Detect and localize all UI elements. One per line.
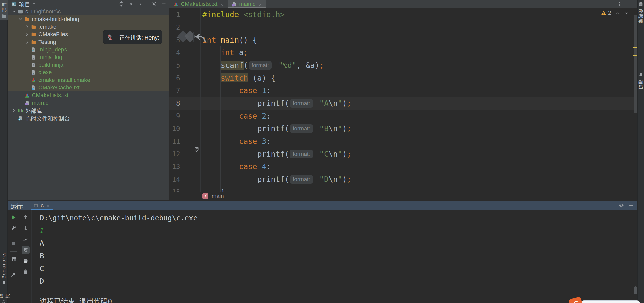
bookmark-icon	[1, 280, 6, 285]
tree-item-cmake_install.cmake[interactable]: cmake_install.cmake	[8, 76, 169, 84]
tree-item-build.ninja[interactable]: build.ninja	[8, 61, 169, 69]
code-line-7[interactable]: 7 case 1:	[169, 84, 634, 97]
tree-item-.ninja_log[interactable]: .ninja_log	[8, 53, 169, 61]
code-text: printf(format: "B\n");	[202, 122, 351, 135]
toolwindow-button-notifications[interactable]: 通知	[638, 72, 644, 89]
line-number[interactable]: 7	[169, 84, 180, 97]
chevron-down-icon[interactable]	[32, 2, 36, 6]
code-line-13[interactable]: 13 case 4:	[169, 160, 634, 173]
close-icon[interactable]	[258, 2, 262, 6]
line-number[interactable]: 6	[169, 72, 180, 84]
tree-item-c.exe[interactable]: ?c.exe	[8, 69, 169, 76]
tree-item-cmake-build-debug[interactable]: cmake-build-debug	[8, 15, 169, 23]
toolbar-divider	[10, 267, 17, 267]
softwrap-icon[interactable]	[22, 235, 30, 243]
tree-item-CMakeLists.txt[interactable]: CMakeLists.txt	[8, 91, 169, 99]
code-line-9[interactable]: 9 case 2:	[169, 110, 634, 122]
code-line-11[interactable]: 11 case 3:	[169, 135, 634, 148]
folder-icon	[1, 14, 6, 19]
code-line-14[interactable]: 14 printf(format: "D\n");	[169, 173, 634, 186]
breadcrumb-function-name[interactable]: main	[212, 193, 224, 199]
console-scrollbar-thumb[interactable]	[634, 286, 637, 294]
layout-icon[interactable]	[10, 255, 18, 263]
chevron-down-icon[interactable]	[18, 16, 23, 22]
toolwindow-button-structure[interactable]: 结构	[0, 289, 8, 303]
editor-tab-CMakeLists.txt[interactable]: CMakeLists.txt	[169, 0, 228, 8]
chevron-right-icon[interactable]	[24, 32, 30, 37]
line-number[interactable]: 13	[169, 160, 180, 173]
chevron-right-icon[interactable]	[24, 24, 30, 30]
tree-item-外部库[interactable]: 外部库	[8, 107, 169, 114]
collapse-all-icon[interactable]	[138, 1, 144, 7]
tree-item-CMakeCache.txt[interactable]: CMakeCache.txt	[8, 84, 169, 91]
next-problem-icon[interactable]	[624, 11, 629, 15]
code-line-10[interactable]: 10 printf(format: "B\n");	[169, 122, 634, 135]
line-number[interactable]: 8	[169, 97, 180, 110]
editor-scrollbar[interactable]	[634, 8, 637, 200]
folder-grey-icon	[18, 9, 23, 14]
editor-area[interactable]: 1#include <stdio.h>23int main() {4 int a…	[169, 0, 637, 200]
code-line-12[interactable]: 12 printf(format: "C\n");	[169, 148, 634, 160]
line-number[interactable]: 10	[169, 122, 180, 135]
line-number[interactable]: 11	[169, 135, 180, 148]
code-line-6[interactable]: 6 switch (a) {	[169, 72, 634, 84]
line-number[interactable]: 5	[169, 59, 180, 72]
close-icon[interactable]	[220, 2, 224, 6]
gear-icon[interactable]	[151, 1, 157, 7]
toolwindow-button-bookmarks[interactable]: Bookmarks	[0, 250, 8, 285]
editor-tab-main.c[interactable]: cmain.c	[228, 0, 266, 8]
cmake-icon	[24, 92, 30, 98]
parameter-hint-inlay: format:	[290, 124, 313, 133]
tree-item-.ninja_deps[interactable]: ?.ninja_deps	[8, 46, 169, 53]
wrench-icon[interactable]	[10, 224, 18, 232]
toolwindow-button-project[interactable]: 项目	[0, 0, 8, 20]
right-toolwindow-stripe: 数据库 通知	[637, 0, 644, 303]
code-line-8[interactable]: 8 printf(format: "A\n");	[169, 97, 634, 110]
hide-icon[interactable]	[161, 1, 167, 7]
previous-problem-icon[interactable]	[615, 11, 620, 15]
code-line-2[interactable]: 2	[169, 21, 634, 34]
tree-item-c[interactable]: cD:\git\note\c	[8, 8, 169, 15]
line-number[interactable]: 12	[169, 148, 180, 160]
trash-icon[interactable]	[22, 268, 30, 276]
stop-icon[interactable]	[10, 240, 18, 248]
locate-icon[interactable]	[118, 1, 124, 7]
tree-item-.cmake[interactable]: .cmake	[8, 23, 169, 31]
line-number[interactable]: 14	[169, 173, 180, 186]
rerun-icon[interactable]	[10, 213, 18, 221]
line-number[interactable]: 4	[169, 46, 180, 59]
console-output[interactable]: D:\git\note\c\cmake-build-debug\c.exe1AB…	[31, 210, 637, 303]
chevron-right-icon[interactable]	[11, 108, 17, 113]
line-number[interactable]: 9	[169, 110, 180, 122]
scroll-end-icon[interactable]	[22, 246, 30, 254]
tree-item-临时文件和控制台[interactable]: 临时文件和控制台	[8, 114, 169, 122]
tree-item-main.c[interactable]: cmain.c	[8, 99, 169, 107]
close-icon[interactable]	[46, 204, 50, 208]
code-line-1[interactable]: 1#include <stdio.h>	[169, 8, 634, 21]
chevron-right-icon[interactable]	[24, 39, 30, 45]
toolwindow-button-database[interactable]: 数据库	[638, 2, 644, 24]
code-line-3[interactable]: 3int main() {	[169, 34, 634, 46]
hide-panel-icon[interactable]	[628, 203, 634, 209]
code-line-4[interactable]: 4 int a;	[169, 46, 634, 59]
chevron-down-icon[interactable]	[11, 9, 17, 14]
pin-icon[interactable]	[10, 271, 18, 279]
tree-item-label: CMakeCache.txt	[38, 84, 80, 91]
code-line-5[interactable]: 5 scanf(format: "%d", &a);	[169, 59, 634, 72]
arrow-up-icon[interactable]	[22, 213, 30, 221]
sogou-ime-toolbar[interactable]	[580, 300, 640, 303]
tab-options-kebab-icon[interactable]	[617, 1, 623, 7]
line-number[interactable]: 1	[169, 8, 180, 21]
run-settings-gear-icon[interactable]	[618, 203, 624, 209]
tree-item-label: .ninja_log	[38, 54, 62, 61]
overlay-extra-icons[interactable]	[177, 29, 207, 46]
arrow-down-icon[interactable]	[22, 224, 30, 232]
run-tab-c[interactable]: c	[31, 201, 53, 210]
muted-mic-icon[interactable]	[106, 34, 113, 41]
expand-all-icon[interactable]	[128, 1, 134, 7]
parameter-hint-inlay: format:	[290, 150, 313, 158]
scrollbar-thumb[interactable]	[634, 15, 637, 113]
print-icon[interactable]	[22, 257, 30, 265]
inspections-widget[interactable]: 2	[601, 10, 629, 16]
project-panel-title[interactable]: 项目	[19, 0, 30, 8]
